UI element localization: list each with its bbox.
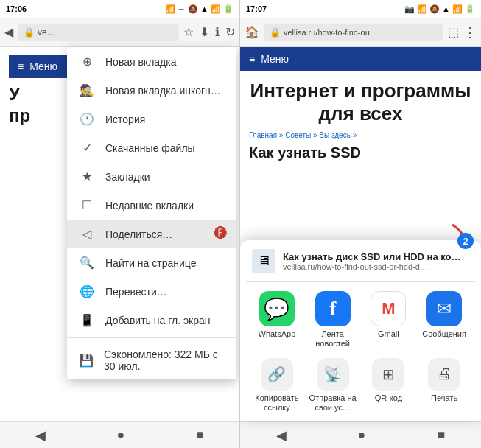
translate-icon: 🌐 [79,284,95,298]
back-icon[interactable]: ◀ [4,25,13,39]
qr-code-icon: ⊞ [372,358,404,391]
menu-item-share[interactable]: ◁ Поделиться… 🅟 [67,220,236,248]
nav-recents-button[interactable]: ■ [196,427,204,443]
messages-icon: ✉ [426,291,462,326]
menu-item-new-tab[interactable]: ⊕ Новая вкладка [67,47,236,76]
menu-item-label: Добавить на гл. экран [105,315,211,326]
menu-item-recent-tabs[interactable]: ☐ Недавние вкладки [67,191,236,220]
right-blue-nav: ≡ Меню [240,47,481,71]
menu-item-saved[interactable]: 💾 Сэкономлено: 322 МБ с 30 июл. [67,341,236,379]
menu-item-translate[interactable]: 🌐 Перевести… [67,277,236,306]
copy-link-label: Копировать ссылку [253,393,301,413]
copy-link-icon: 🔗 [261,358,293,391]
star-icon[interactable]: ☆ [183,25,194,39]
menu-item-label: Недавние вкладки [105,200,194,211]
right-status-icons: 📷 📶 🔕 ▲ 📶 🔋 [404,4,475,14]
download-check-icon: ✓ [79,141,95,155]
right-lock-icon: 🔒 [270,27,281,38]
url-display: ve... [38,27,55,38]
share-app-facebook[interactable]: f Лента новостей [309,291,357,349]
menu-item-label: Перевести… [105,286,167,298]
chrome-menu-dropdown[interactable]: ⊕ Новая вкладка 🕵 Новая вкладка инкогн… … [67,47,236,379]
left-address-bar[interactable]: ◀ 🔒 ve... ☆ ⬇ ℹ ↻ [0,18,239,47]
share-app-whatsapp[interactable]: 💬 WhatsApp [253,291,301,349]
right-menu-icon[interactable]: ⋮ [463,24,477,41]
share-app-gmail[interactable]: M Gmail [365,291,412,349]
tabs-icon[interactable]: ⬚ [448,25,459,39]
qr-code-label: QR-код [375,393,402,403]
nav-back-button[interactable]: ◀ [35,427,46,444]
share-action-print[interactable]: 🖨 Печать [421,358,468,413]
left-status-bar: 17:06 📶 ↔ 🔕 ▲ 📶 🔋 [0,0,239,18]
share-action-copy[interactable]: 🔗 Копировать ссылку [253,358,301,413]
right-back-icon[interactable]: 🏠 [245,25,259,39]
menu-item-label: Найти на странице [105,257,196,269]
right-nav-recents-button[interactable]: ■ [438,427,446,443]
share-action-send-devices[interactable]: 📡 Отправка на свои ус… [309,358,357,413]
right-page-subtitle: Как узнать SSD [249,144,472,161]
share-apps-row: 💬 WhatsApp f Лента новостей M Gmail [246,282,475,351]
right-menu-lines-icon: ≡ [249,53,255,65]
left-status-icons: 📶 ↔ 🔕 ▲ 📶 🔋 [165,4,234,14]
whatsapp-label: WhatsApp [259,329,296,339]
share-icon: ◁ [79,227,95,241]
share-actions-row: 🔗 Копировать ссылку 📡 Отправка на свои у… [246,352,475,413]
share-title-block: Как узнать диск SSD или HDD на ко… velli… [283,251,469,271]
whatsapp-icon: 💬 [259,291,295,326]
find-icon: 🔍 [79,256,95,270]
right-address-box[interactable]: 🔒 vellisa.ru/how-to-find-ou [264,24,443,41]
menu-item-history[interactable]: 🕐 История [67,105,236,133]
left-nav-bar: ◀ ● ■ [0,421,239,448]
share-title-text: Как узнать диск SSD или HDD на ко… [283,251,469,262]
right-nav-back-button[interactable]: ◀ [276,427,287,444]
left-phone: 17:06 📶 ↔ 🔕 ▲ 📶 🔋 ◀ 🔒 ve... ☆ ⬇ ℹ ↻ ≡ Ме… [0,0,240,448]
menu-item-label: Скачанные файлы [105,142,195,154]
share-action-qr[interactable]: ⊞ QR-код [365,358,412,413]
menu-divider [67,337,236,338]
share-sheet[interactable]: 🖥 Как узнать диск SSD или HDD на ко… vel… [240,240,481,421]
right-address-bar[interactable]: 🏠 🔒 vellisa.ru/how-to-find-ou ⬚ ⋮ [240,18,481,47]
menu-item-downloads[interactable]: ✓ Скачанные файлы [67,133,236,162]
savings-icon: 💾 [79,354,94,368]
right-menu-label: Меню [261,53,289,65]
gmail-icon: M [371,291,406,326]
nav-home-button[interactable]: ● [117,427,125,443]
lock-icon: 🔒 [24,27,35,38]
new-tab-icon: ⊕ [79,55,95,69]
menu-item-add-home[interactable]: 📱 Добавить на гл. экран [67,306,236,335]
right-phone: 17:07 📷 📶 🔕 ▲ 📶 🔋 🏠 🔒 vellisa.ru/how-to-… [240,0,481,448]
send-devices-icon: 📡 [317,358,349,391]
refresh-icon[interactable]: ↻ [225,25,235,39]
messages-label: Сообщения [422,329,466,339]
menu-item-label: Закладки [105,171,150,183]
menu-item-find[interactable]: 🔍 Найти на странице [67,248,236,277]
share-url-text: vellisa.ru/how-to-find-out-ssd-or-hdd-d… [283,262,469,271]
menu-item-label: Новая вкладка [105,56,177,68]
print-label: Печать [431,393,457,403]
right-page-title: Интернет и программы для всех [249,80,472,125]
send-devices-label: Отправка на свои ус… [309,393,357,413]
menu-item-bookmarks[interactable]: ★ Закладки [67,162,236,191]
add-home-icon: 📱 [79,313,95,327]
right-status-bar: 17:07 📷 📶 🔕 ▲ 📶 🔋 [240,0,481,18]
menu-icon: ≡ [18,60,24,72]
menu-item-incognito[interactable]: 🕵 Новая вкладка инкогн… [67,76,236,105]
right-nav-home-button[interactable]: ● [358,427,366,443]
menu-item-label: Поделиться… [105,228,172,240]
pocket-icon: 🅟 [214,226,228,242]
right-time: 17:07 [246,4,267,13]
share-app-messages[interactable]: ✉ Сообщения [421,291,468,349]
menu-item-label: Новая вкладка инкогн… [105,85,221,97]
left-time: 17:06 [6,4,27,13]
history-icon: 🕐 [79,112,95,126]
gmail-label: Gmail [378,329,399,339]
right-nav-bar: ◀ ● ■ [240,421,481,448]
info-icon[interactable]: ℹ [215,25,220,39]
download-icon[interactable]: ⬇ [200,25,209,39]
facebook-icon: f [315,291,351,326]
incognito-icon: 🕵 [79,83,95,97]
badge-2: 2 [457,233,474,249]
address-box[interactable]: 🔒 ve... [18,24,179,41]
menu-item-label: Сэкономлено: 322 МБ с 30 июл. [104,349,225,372]
print-icon: 🖨 [428,358,460,391]
